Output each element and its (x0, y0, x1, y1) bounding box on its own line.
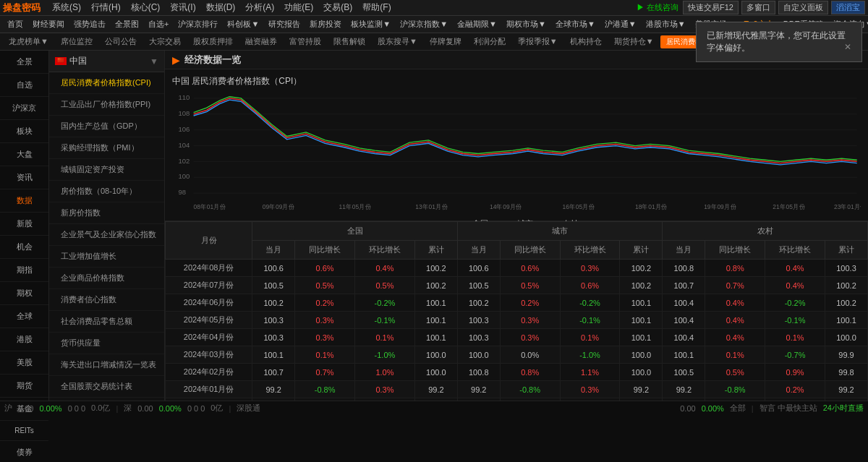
sidebar-item-bond[interactable]: 债券 (0, 441, 48, 462)
tb-ranking[interactable]: 沪深京排行 (174, 17, 222, 31)
hot-tab-block[interactable]: 大宗交易 (143, 35, 187, 48)
index-item-consumer-confidence[interactable]: 消费者信心指数 (49, 289, 164, 311)
user-account-button[interactable]: 滔滔宝 (831, 1, 865, 14)
tb-blockmonitor[interactable]: 板块监测▼ (346, 17, 395, 31)
hot-tab-wealth-mgmt[interactable]: 富管持股 (284, 35, 327, 48)
notification-close-icon[interactable]: ✕ (844, 42, 851, 52)
multi-window-button[interactable]: 多窗口 (741, 1, 775, 14)
svg-text:100: 100 (178, 172, 190, 180)
sidebar-item-futures-index[interactable]: 期指 (0, 259, 48, 282)
separator-2: | (229, 404, 231, 413)
hot-tab-pledge[interactable]: 股权质押排 (187, 35, 239, 48)
sidebar-item-shenzhen[interactable]: 沪深京 (0, 97, 48, 120)
menu-help[interactable]: 帮助(F) (358, 1, 395, 14)
index-item-industrial-growth[interactable]: 工业增加值增长 (49, 246, 164, 268)
index-item-retail[interactable]: 社会消费品零售总额 (49, 311, 164, 333)
index-item-house-price[interactable]: 房价指数（08-10年） (49, 181, 164, 202)
menu-market[interactable]: 行情(H) (87, 1, 125, 14)
tb-panorama[interactable]: 全景图 (111, 17, 143, 31)
col-rural-yoy: 同比增长 (705, 241, 765, 260)
index-item-fixed-asset[interactable]: 城镇固定资产投资 (49, 159, 164, 181)
menu-system[interactable]: 系统(S) (48, 1, 85, 14)
col-city-yoy: 同比增长 (500, 241, 560, 260)
menu-function[interactable]: 功能(E) (280, 1, 318, 14)
tb-watchlist[interactable]: 自选+ (144, 17, 173, 31)
notification-text: 已新增现代雅黑字体，您可在此设置字体偏好。 (707, 30, 846, 53)
hot-tab-dividend[interactable]: 利润分配 (468, 35, 511, 48)
sidebar-item-global[interactable]: 全球 (0, 305, 48, 328)
hot-tab-dragon[interactable]: 龙虎榜单▼ (3, 35, 54, 48)
status-all-label: 全部 (730, 403, 746, 414)
menu-trade[interactable]: 交易(B) (319, 1, 357, 14)
hot-tab-margin[interactable]: 融资融券 (239, 35, 283, 48)
index-item-ppi[interactable]: 工业品出厂价格指数(PPI) (49, 94, 164, 116)
sidebar-item-block[interactable]: 板块 (0, 120, 48, 143)
col-city-current: 当月 (457, 241, 500, 260)
notification-popup: 已新增现代雅黑字体，您可在此设置字体偏好。 ✕ (696, 22, 862, 62)
top-menu-bar: 操盘密码 系统(S) 行情(H) 核心(C) 资讯(I) 数据(D) 分析(A)… (0, 0, 868, 16)
sidebar-item-panorama[interactable]: 全景 (0, 51, 48, 74)
index-item-new-house[interactable]: 新房价指数 (49, 202, 164, 224)
tb-hk-connect[interactable]: 沪港通▼ (600, 17, 641, 31)
menu-analysis[interactable]: 分析(A) (241, 1, 278, 14)
tb-newhouse[interactable]: 新房投资 (305, 17, 346, 31)
col-group-city: 城市 (457, 222, 663, 241)
tb-star[interactable]: 科创板▼ (223, 17, 263, 31)
index-item-customs[interactable]: 海关进出口增减情况一览表 (49, 354, 164, 376)
live-link[interactable]: ▶ 在线咨询 (637, 2, 678, 13)
sidebar-item-info[interactable]: 资讯 (0, 166, 48, 189)
sidebar-item-commodity[interactable]: 期货 (0, 375, 48, 398)
menu-data[interactable]: 数据(D) (202, 1, 240, 14)
tb-options-mkt[interactable]: 期权市场▼ (502, 17, 550, 31)
svg-text:98: 98 (178, 188, 186, 196)
tb-strong[interactable]: 强势追击 (69, 17, 110, 31)
index-item-cpi[interactable]: 居民消费者价格指数(CPI) (49, 72, 164, 94)
table-row: 2024年05月份100.30.3%-0.1%100.1100.30.3%-0.… (166, 312, 868, 329)
hot-tab-institutional[interactable]: 机构持仓 (564, 35, 608, 48)
menu-core[interactable]: 核心(C) (127, 1, 165, 14)
tb-index[interactable]: 沪深京指数▼ (396, 17, 452, 31)
hot-tab-report[interactable]: 季报季报▼ (512, 35, 563, 48)
status-right-change: 0.00% (702, 404, 724, 413)
index-item-stock-stats[interactable]: 全国股票交易统计表 (49, 376, 164, 398)
tb-hk[interactable]: 港股市场▼ (642, 17, 690, 31)
menu-info[interactable]: 资讯(I) (166, 1, 200, 14)
svg-text:102: 102 (178, 156, 190, 164)
hot-tab-futures-hold[interactable]: 期货持仓▼ (608, 35, 660, 48)
svg-text:21年05月份: 21年05月份 (773, 203, 805, 210)
tb-news[interactable]: 财经要闻 (28, 17, 69, 31)
status-live[interactable]: 24小时直播 (823, 403, 864, 414)
custom-panel-button[interactable]: 自定义面板 (778, 1, 828, 14)
index-item-pmi[interactable]: 采购经理指数（PMI） (49, 137, 164, 159)
sidebar-item-options[interactable]: 期权 (0, 282, 48, 305)
hot-tab-announcement[interactable]: 公司公告 (99, 35, 142, 48)
index-item-gdp[interactable]: 国内生产总值（GDP） (49, 116, 164, 137)
chart-svg: 110 108 106 104 102 100 98 (172, 90, 861, 217)
sidebar-item-opportunity[interactable]: 机会 (0, 236, 48, 259)
data-table-container[interactable]: 月份 全国 城市 农村 当月 同比增长 环比增长 累计 当月 同比增长 环比增长… (165, 221, 868, 401)
col-group-rural: 农村 (663, 222, 868, 241)
hot-tab-seat[interactable]: 席位监控 (55, 35, 98, 48)
index-item-enterprise-sentiment[interactable]: 企业景气及企业家信心指数 (49, 224, 164, 246)
quick-trade-button[interactable]: 快速交易F12 (683, 1, 739, 14)
index-item-commodity-price[interactable]: 企业商品价格指数 (49, 268, 164, 289)
index-header[interactable]: 🇨🇳 中国 ▼ (49, 51, 164, 72)
sidebar-item-us[interactable]: 美股 (0, 351, 48, 375)
hot-tab-suspend[interactable]: 停牌复牌 (424, 35, 467, 48)
tb-home[interactable]: 首页 (3, 17, 27, 31)
col-city-cum: 累计 (620, 241, 663, 260)
index-item-forex-gold[interactable]: 外汇和黄金储备 (49, 398, 164, 401)
sidebar-item-reits[interactable]: REITs (0, 421, 48, 441)
hot-tab-shareholder[interactable]: 股东搜寻▼ (372, 35, 423, 48)
index-item-money-supply[interactable]: 货币供应量 (49, 333, 164, 354)
tb-finance[interactable]: 金融期限▼ (453, 17, 501, 31)
sidebar-item-data[interactable]: 数据 (0, 189, 48, 213)
sidebar-item-watchlist[interactable]: 自选 (0, 74, 48, 97)
sidebar-item-hk[interactable]: 港股 (0, 328, 48, 351)
sidebar-item-bigpic[interactable]: 大盘 (0, 143, 48, 166)
tb-global-mkt[interactable]: 全球市场▼ (551, 17, 600, 31)
hot-tab-restricted[interactable]: 限售解锁 (328, 35, 371, 48)
chevron-down-icon: ▼ (150, 56, 158, 67)
tb-research[interactable]: 研究报告 (264, 17, 305, 31)
sidebar-item-newstock[interactable]: 新股 (0, 213, 48, 236)
